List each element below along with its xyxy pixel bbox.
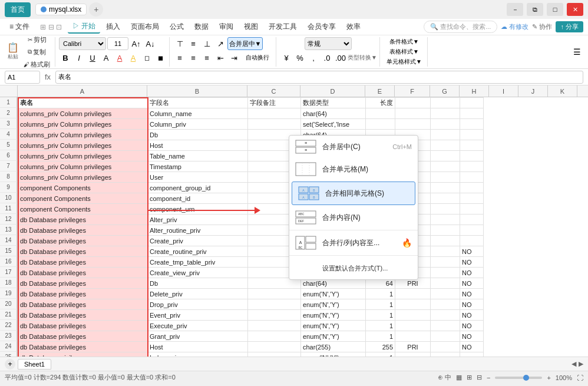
cell-24-b[interactable]: Host: [148, 342, 248, 352]
merge-item-center[interactable]: ≡ ≡ 合并居中(C) Ctrl+M: [289, 136, 418, 158]
font-select[interactable]: Calibri: [59, 37, 106, 50]
menu-layout[interactable]: 页面布局: [126, 21, 164, 33]
cell-19-c[interactable]: [248, 289, 301, 299]
cell-9-g[interactable]: [431, 183, 460, 193]
cell-23-h[interactable]: NO: [460, 331, 484, 342]
fullscreen-btn[interactable]: ⛶: [577, 374, 583, 381]
cell-7-a[interactable]: columns_priv Column privileges: [18, 161, 148, 172]
cell-22-h[interactable]: NO: [460, 321, 484, 331]
cell-20-d[interactable]: enum('N','Y'): [301, 299, 366, 310]
cell-23-f[interactable]: [395, 331, 431, 342]
font-size-increase[interactable]: A↑: [130, 37, 143, 50]
cell-20-f[interactable]: [395, 299, 431, 310]
cell-18-b[interactable]: Db: [148, 278, 248, 289]
dec-increase-btn[interactable]: .00: [334, 51, 347, 64]
cell-24-g[interactable]: [431, 342, 460, 352]
row-header-7[interactable]: 7: [0, 161, 17, 171]
row-header-22[interactable]: 22: [0, 320, 17, 331]
table-style-btn[interactable]: 表格样式▼: [384, 47, 425, 56]
menu-data[interactable]: 数据: [190, 21, 213, 33]
underline-button[interactable]: U: [86, 51, 99, 64]
col-header-e[interactable]: E: [365, 85, 395, 97]
cell-2-e[interactable]: [366, 108, 395, 119]
menu-review[interactable]: 审阅: [214, 21, 238, 33]
cell-25-h[interactable]: [460, 352, 484, 357]
col-header-k[interactable]: K: [548, 85, 577, 97]
cell-14-h[interactable]: [460, 236, 484, 246]
cell-10-h[interactable]: [460, 193, 484, 204]
row-header-8[interactable]: 8: [0, 171, 17, 182]
menu-file[interactable]: ≡ 文件: [5, 21, 34, 33]
cell-8-a[interactable]: columns_priv Column privileges: [18, 172, 148, 183]
row-header-25[interactable]: 25: [0, 352, 17, 357]
row-header-12[interactable]: 12: [0, 214, 17, 225]
cell-19-d[interactable]: enum('N','Y'): [301, 289, 366, 299]
menu-devtools[interactable]: 开发工具: [264, 21, 302, 33]
row-header-4[interactable]: 4: [0, 129, 17, 140]
cell-19-b[interactable]: Delete_priv: [148, 289, 248, 299]
cell-21-h[interactable]: NO: [460, 310, 484, 321]
cell-3-h[interactable]: [460, 119, 484, 130]
cell-3-b[interactable]: Column_priv: [148, 119, 248, 130]
view-normal-icon[interactable]: ▦: [456, 374, 462, 381]
tile-button[interactable]: ⧉: [527, 3, 543, 16]
cell-19-e[interactable]: 1: [366, 289, 395, 299]
cell-25-f[interactable]: [395, 352, 431, 357]
cell-22-b[interactable]: Execute_priv: [148, 321, 248, 331]
col-header-i[interactable]: I: [489, 85, 518, 97]
col-header-l[interactable]: L: [577, 85, 588, 97]
cell-2-d[interactable]: char(64): [301, 108, 366, 119]
rotate-text-btn[interactable]: ↗: [214, 37, 227, 50]
col-header-f[interactable]: F: [395, 85, 430, 97]
menu-member[interactable]: 会员专享: [303, 21, 341, 33]
cell-1-g[interactable]: [431, 98, 460, 108]
table-row[interactable]: 表名字段名字段备注数据类型长度: [18, 98, 484, 108]
cell-9-a[interactable]: component Components: [18, 183, 148, 193]
table-row[interactable]: db Database privilegesGrant_privenum('N'…: [18, 331, 484, 342]
indent-decrease-btn[interactable]: ⇤: [214, 51, 227, 64]
cell-12-b[interactable]: Alter_priv: [148, 215, 248, 225]
cell-6-g[interactable]: [431, 151, 460, 161]
cell-22-f[interactable]: [395, 321, 431, 331]
cell-7-h[interactable]: [460, 161, 484, 172]
cell-3-f[interactable]: [395, 119, 431, 130]
cell-17-g[interactable]: [431, 268, 460, 278]
align-top-btn[interactable]: ⊤: [173, 37, 186, 50]
cell-3-g[interactable]: [431, 119, 460, 130]
view-break-icon[interactable]: ⊟: [477, 374, 482, 381]
cell-17-b[interactable]: Create_view_priv: [148, 268, 248, 278]
menu-view[interactable]: 视图: [239, 21, 263, 33]
cell-18-h[interactable]: NO: [460, 278, 484, 289]
cell-2-c[interactable]: [248, 108, 301, 119]
currency-btn[interactable]: ¥: [280, 51, 293, 64]
zoom-out-btn[interactable]: −: [487, 374, 490, 381]
menu-insert[interactable]: 插入: [101, 21, 125, 33]
percent-btn[interactable]: %: [293, 51, 306, 64]
bold-button[interactable]: B: [59, 51, 72, 64]
cell-11-g[interactable]: [431, 204, 460, 215]
merge-item-same[interactable]: A B A B 合并相同单元格(S): [292, 182, 415, 205]
cell-19-g[interactable]: [431, 289, 460, 299]
col-header-g[interactable]: G: [430, 85, 460, 97]
zoom-thumb[interactable]: [523, 375, 529, 381]
corner-cell[interactable]: [0, 85, 18, 97]
col-header-j[interactable]: J: [518, 85, 548, 97]
sheet-tab-1[interactable]: Sheet1: [18, 359, 51, 369]
copy-button[interactable]: ⧉ 复制: [21, 47, 52, 58]
row-header-21[interactable]: 21: [0, 309, 17, 320]
col-header-b[interactable]: B: [147, 85, 247, 97]
cell-21-d[interactable]: enum('N','Y'): [301, 310, 366, 321]
cell-15-g[interactable]: [431, 246, 460, 257]
menu-start[interactable]: ▷ 开始: [68, 20, 100, 34]
cell-reference[interactable]: [5, 71, 40, 84]
cell-15-a[interactable]: db Database privileges: [18, 246, 148, 257]
cell-13-g[interactable]: [431, 225, 460, 236]
format-paint-button[interactable]: 🖌 格式刷: [21, 59, 52, 70]
row-header-23[interactable]: 23: [0, 331, 17, 341]
cut-button[interactable]: ✂ 剪切: [21, 34, 52, 45]
cell-4-g[interactable]: [431, 130, 460, 140]
row-header-14[interactable]: 14: [0, 235, 17, 246]
cell-14-g[interactable]: [431, 236, 460, 246]
col-header-h[interactable]: H: [460, 85, 489, 97]
add-sheet-button[interactable]: +: [5, 359, 15, 369]
